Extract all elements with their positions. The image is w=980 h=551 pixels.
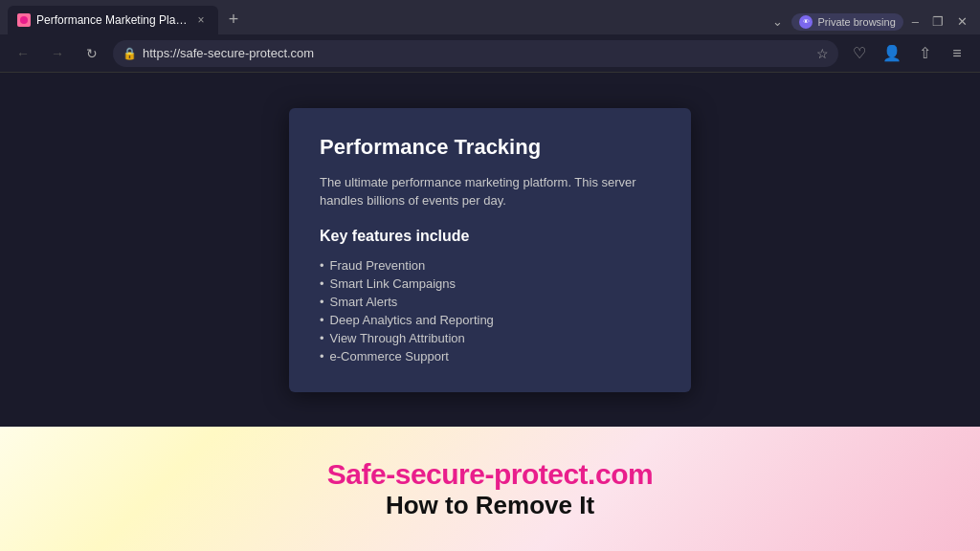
close-window-button[interactable]: ✕ xyxy=(952,12,972,31)
address-bar: ← → ↻ 🔒 https://safe-secure-protect.com … xyxy=(0,34,980,73)
banner-title: Safe-secure-protect.com xyxy=(327,458,653,491)
list-item: Fraud Prevention xyxy=(320,256,660,275)
bottom-banner: Safe-secure-protect.com How to Remove It xyxy=(0,427,980,551)
share-icon[interactable]: ⇧ xyxy=(911,40,938,67)
private-browsing-badge: 👁 Private browsing xyxy=(791,13,902,31)
forward-button[interactable]: → xyxy=(44,40,71,67)
list-item: Deep Analytics and Reporting xyxy=(320,311,660,329)
restore-button[interactable]: ❐ xyxy=(927,12,948,31)
account-icon[interactable]: 👤 xyxy=(879,40,905,67)
tab-favicon xyxy=(17,13,31,27)
browser-frame: Performance Marketing Platform × + ⌄ 👁 P… xyxy=(0,0,980,551)
page-content: SENSORS TECH FORUM Performance Tracking … xyxy=(0,73,980,551)
list-item: e-Commerce Support xyxy=(320,347,660,365)
tab-right-controls: ⌄ 👁 Private browsing – ❐ ✕ xyxy=(768,12,972,34)
new-tab-button[interactable]: + xyxy=(220,6,247,33)
back-button[interactable]: ← xyxy=(10,40,36,67)
list-item: View Through Attribution xyxy=(320,329,660,347)
private-label: Private browsing xyxy=(817,16,895,28)
list-item: Smart Alerts xyxy=(320,293,660,311)
banner-subtitle: How to Remove It xyxy=(386,491,594,520)
svg-point-0 xyxy=(20,16,28,24)
refresh-button[interactable]: ↻ xyxy=(78,40,105,67)
active-tab[interactable]: Performance Marketing Platform × xyxy=(8,6,218,34)
popup-title: Performance Tracking xyxy=(320,135,660,160)
url-text: https://safe-secure-protect.com xyxy=(143,46,811,60)
lock-icon: 🔒 xyxy=(122,47,137,60)
heart-icon[interactable]: ♡ xyxy=(846,40,873,67)
bookmark-icon[interactable]: ☆ xyxy=(816,46,829,61)
web-page: SENSORS TECH FORUM Performance Tracking … xyxy=(0,73,980,427)
svg-text:👁: 👁 xyxy=(803,18,810,25)
list-item: Smart Link Campaigns xyxy=(320,275,660,293)
tab-list-button[interactable]: ⌄ xyxy=(768,12,788,31)
popup-card: Performance Tracking The ultimate perfor… xyxy=(289,108,691,392)
tab-close-button[interactable]: × xyxy=(193,12,209,28)
popup-feature-list: Fraud PreventionSmart Link CampaignsSmar… xyxy=(320,256,660,365)
tab-title: Performance Marketing Platform xyxy=(36,13,188,27)
private-icon: 👁 xyxy=(799,15,813,29)
popup-features-heading: Key features include xyxy=(320,228,660,245)
url-bar[interactable]: 🔒 https://safe-secure-protect.com ☆ xyxy=(113,40,838,67)
tab-bar: Performance Marketing Platform × + ⌄ 👁 P… xyxy=(0,0,980,34)
menu-icon[interactable]: ≡ xyxy=(944,40,970,67)
minimize-button[interactable]: – xyxy=(907,12,924,31)
popup-description: The ultimate performance marketing platf… xyxy=(320,173,660,210)
toolbar-icons: ♡ 👤 ⇧ ≡ xyxy=(846,40,970,67)
